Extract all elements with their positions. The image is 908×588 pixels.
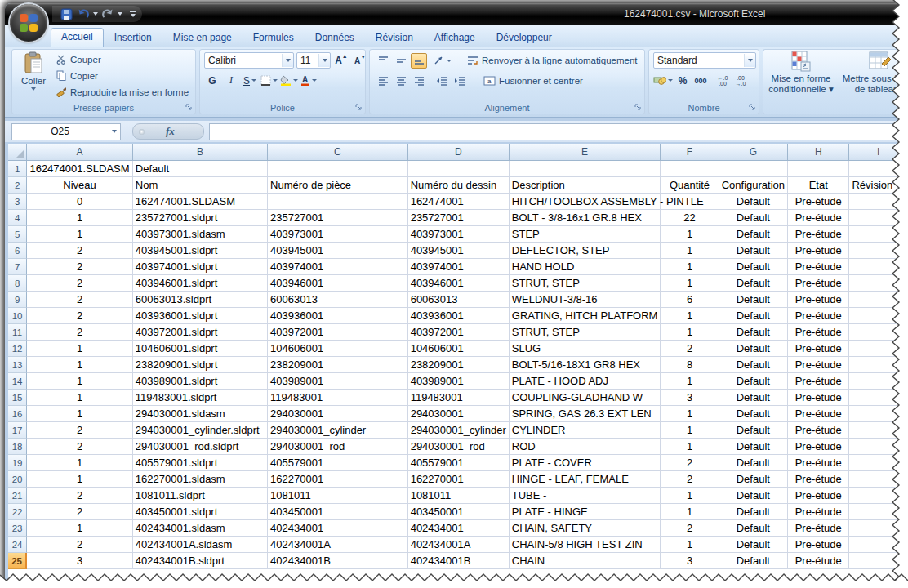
cell-F15[interactable]: 3 [661, 390, 719, 406]
tab-accueil[interactable]: Accueil [51, 28, 104, 47]
cell-B16[interactable]: 294030001.sldasm [133, 406, 268, 422]
cell-E23[interactable]: CHAIN, SAFETY [510, 520, 661, 537]
tab-affichage[interactable]: Affichage [424, 29, 486, 47]
italic-button[interactable]: I [223, 73, 239, 88]
cell-C12[interactable]: 104606001 [268, 341, 408, 357]
cell-H25[interactable]: Pre-étude [788, 553, 849, 569]
cell-I3[interactable] [849, 194, 908, 210]
cell-D19[interactable]: 405579001 [408, 455, 510, 471]
cell-E18[interactable]: ROD [510, 439, 661, 455]
cell-A15[interactable]: 1 [27, 390, 133, 406]
cell-B19[interactable]: 405579001.sldprt [133, 455, 268, 471]
cell-A24[interactable]: 2 [27, 537, 133, 553]
cell-G14[interactable]: Default [719, 373, 788, 390]
column-header-H[interactable]: H [788, 144, 849, 161]
paste-button[interactable]: Coller [16, 51, 51, 109]
cell-I14[interactable] [849, 373, 908, 390]
cell-I9[interactable] [849, 292, 908, 308]
cell-A14[interactable]: 1 [27, 373, 133, 390]
cell-C10[interactable]: 403936001 [268, 308, 408, 324]
cell-F7[interactable]: 1 [661, 259, 719, 275]
cell-D1[interactable] [408, 161, 510, 177]
cell-F22[interactable]: 1 [661, 504, 719, 520]
insert-function-button[interactable]: fx [132, 123, 204, 140]
tab-insertion[interactable]: Insertion [104, 29, 162, 47]
cell-E2[interactable]: Description [510, 177, 661, 194]
cell-I8[interactable] [849, 275, 908, 292]
decrease-font-icon[interactable]: A▼ [352, 53, 368, 69]
cell-C13[interactable]: 238209001 [268, 357, 408, 373]
row-header-22[interactable]: 22 [8, 504, 27, 520]
cell-I4[interactable] [849, 210, 908, 226]
dialog-launcher-icon[interactable] [634, 103, 643, 112]
cell-H9[interactable]: Pre-étude [788, 292, 849, 308]
cell-I20[interactable] [849, 471, 908, 488]
cell-H5[interactable]: Pre-étude [788, 226, 849, 243]
cell-E11[interactable]: STRUT, STEP [510, 324, 661, 341]
cell-E21[interactable]: TUBE - [510, 488, 661, 504]
cell-E3[interactable]: HITCH/TOOLBOX ASSEMBLY - PINTLE [510, 194, 661, 210]
cell-I13[interactable] [849, 357, 908, 373]
dialog-launcher-icon[interactable] [354, 103, 363, 112]
format-painter-button[interactable]: Reproduire la mise en forme [56, 85, 189, 99]
cell-B23[interactable]: 402434001.sldasm [133, 520, 268, 537]
save-icon[interactable] [59, 7, 73, 21]
cell-B4[interactable]: 235727001.sldprt [133, 210, 268, 226]
font-size-combo[interactable]: 11 [296, 52, 331, 69]
cell-I11[interactable] [849, 324, 908, 341]
cell-C25[interactable]: 402434001B [268, 553, 408, 569]
cell-B20[interactable]: 162270001.sldasm [133, 471, 268, 488]
cell-E7[interactable]: HAND HOLD [510, 259, 661, 275]
column-header-G[interactable]: G [719, 144, 788, 161]
cell-E24[interactable]: CHAIN-5/8 HIGH TEST ZIN [510, 537, 661, 553]
cell-C24[interactable]: 402434001A [268, 537, 408, 553]
cell-D15[interactable]: 119483001 [408, 390, 510, 406]
cell-B21[interactable]: 1081011.sldprt [133, 488, 268, 504]
cell-F5[interactable]: 1 [661, 226, 719, 243]
comma-style-button[interactable]: 000 [692, 73, 709, 88]
cell-D17[interactable]: 294030001_cylinder [408, 422, 510, 439]
cell-A3[interactable]: 0 [27, 194, 133, 210]
cell-H16[interactable]: Pre-étude [788, 406, 849, 422]
align-right-icon[interactable] [411, 74, 427, 89]
row-header-9[interactable]: 9 [8, 292, 27, 308]
cell-C23[interactable]: 402434001 [268, 520, 408, 537]
increase-font-icon[interactable]: A▲ [333, 53, 349, 69]
cell-I24[interactable] [849, 537, 908, 553]
cell-I2[interactable]: Révision [849, 177, 908, 194]
cell-I23[interactable] [849, 520, 908, 537]
cell-D25[interactable]: 402434001B [408, 553, 510, 569]
cell-D2[interactable]: Numéro du dessin [408, 177, 510, 194]
cell-H20[interactable]: Pre-étude [788, 471, 849, 488]
redo-dropdown-icon[interactable] [118, 12, 122, 16]
row-header-17[interactable]: 17 [8, 422, 27, 439]
cell-E4[interactable]: BOLT - 3/8-16x1 GR.8 HEX [510, 210, 661, 226]
cell-B9[interactable]: 60063013.sldprt [133, 292, 268, 308]
cell-I25[interactable] [849, 553, 908, 569]
cell-G17[interactable]: Default [719, 422, 788, 439]
cell-I18[interactable] [849, 439, 908, 455]
cell-C9[interactable]: 60063013 [268, 292, 408, 308]
tab-révision[interactable]: Révision [365, 29, 424, 47]
cell-D16[interactable]: 294030001 [408, 406, 510, 422]
cell-A6[interactable]: 2 [27, 243, 133, 259]
cell-G21[interactable]: Default [719, 488, 788, 504]
cell-F19[interactable]: 2 [661, 455, 719, 471]
number-format-combo[interactable]: Standard [653, 52, 756, 69]
cell-A10[interactable]: 2 [27, 308, 133, 324]
cell-B8[interactable]: 403946001.sldprt [133, 275, 268, 292]
undo-dropdown-icon[interactable] [93, 12, 98, 16]
cell-C5[interactable]: 403973001 [268, 226, 408, 243]
cell-B13[interactable]: 238209001.sldprt [133, 357, 268, 373]
dialog-launcher-icon[interactable] [185, 103, 194, 112]
cell-B1[interactable]: Default [133, 161, 268, 177]
cell-E8[interactable]: STRUT, STEP [510, 275, 661, 292]
align-bottom-icon[interactable] [411, 53, 427, 69]
cell-A20[interactable]: 1 [27, 471, 133, 488]
cell-G24[interactable]: Default [719, 537, 788, 553]
row-header-18[interactable]: 18 [8, 439, 27, 455]
row-header-13[interactable]: 13 [8, 357, 27, 373]
decrease-indent-icon[interactable] [434, 74, 450, 89]
cell-F2[interactable]: Quantité [661, 177, 719, 194]
cell-D8[interactable]: 403946001 [408, 275, 510, 292]
